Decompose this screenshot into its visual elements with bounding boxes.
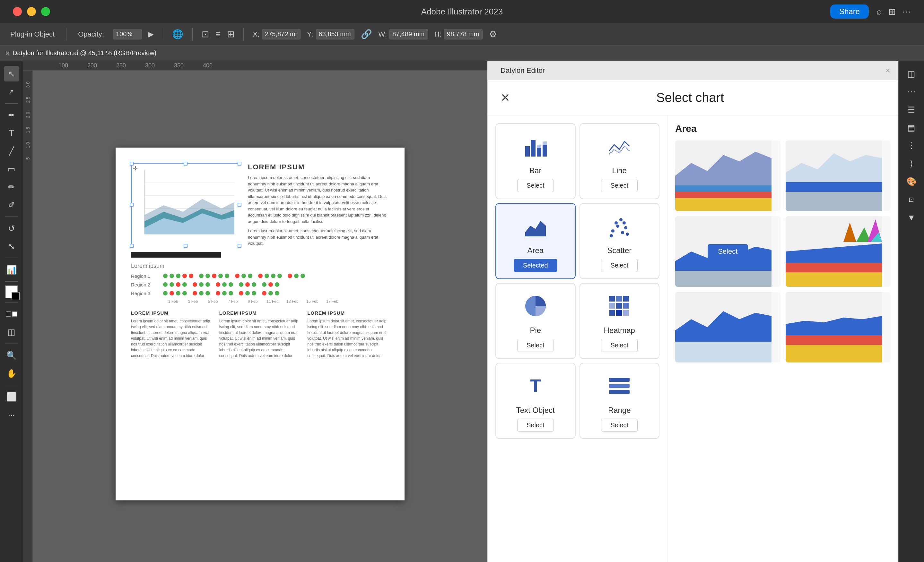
range-select-button[interactable]: Select [601,419,638,432]
axis-label: 9 Feb [243,299,262,304]
right-sidebar-btn-3[interactable]: ☰ [904,102,919,117]
document-tab-close[interactable]: ✕ [5,50,10,57]
area-select-button[interactable]: Selected [514,259,557,272]
svg-rect-31 [623,303,629,309]
ruler-mark: 100 [49,62,78,69]
y-input[interactable] [316,29,354,39]
transform-icon[interactable]: ⊡ [202,29,209,39]
chart-item-range[interactable]: Range Select [579,363,660,439]
handle-bl[interactable] [130,244,134,248]
region1-label: Region 1 [131,273,163,279]
hand-tool-button[interactable]: ✋ [4,366,19,381]
right-sidebar-btn-6[interactable]: 🎨 [904,174,919,189]
brush-tool-button[interactable]: ✏ [4,179,19,195]
pen-tool-button[interactable]: ✒ [4,108,19,123]
more-options-icon[interactable]: ⋯ [902,6,911,17]
right-sidebar-btn-1[interactable]: ◫ [904,66,919,81]
rotate-tool-button[interactable]: ↺ [4,221,19,236]
color-mode-button[interactable] [4,306,19,322]
svg-point-20 [624,226,627,229]
chart-item-area[interactable]: Area Selected [495,203,576,279]
scale-tool-button[interactable]: ⤡ [4,239,19,254]
right-sidebar-btn-5[interactable]: ⋮ [904,138,919,153]
axis-label: 3 Feb [183,299,203,304]
chart-item-scatter[interactable]: Scatter Select [579,203,660,279]
line-select-button[interactable]: Select [601,179,638,192]
right-sidebar-btn-4[interactable]: ▤ [904,120,919,135]
link-icon[interactable]: 🔗 [361,29,372,39]
preview-item-6[interactable]: Select [786,292,891,362]
preview-item-3[interactable]: Select [675,216,780,287]
datylon-chart-button[interactable]: 📊 [4,262,19,278]
preview-item-1[interactable]: Select [675,140,780,211]
plugin-object-label: Plug-in Object [8,29,57,40]
scatter-select-button[interactable]: Select [601,259,638,272]
arrange-windows-icon[interactable]: ⊞ [888,6,896,17]
share-button[interactable]: Share [830,4,869,19]
transform-options-icon[interactable]: ⚙ [489,29,497,39]
col2-title: LOREM IPSUM [219,310,301,315]
more-tools-button[interactable]: ··· [4,407,19,423]
type-tool-button[interactable]: T [4,126,19,141]
heatmap-select-button[interactable]: Select [601,339,638,352]
chart-item-bar[interactable]: Bar Select [495,123,576,199]
x-input[interactable] [262,29,300,39]
dot [222,291,226,296]
doc-subtitle: Lorem ipsum [131,263,389,269]
chart-item-text[interactable]: T Text Object Select [495,363,576,439]
select-chart-close-button[interactable]: ✕ [501,92,510,104]
gradient-button[interactable]: ◫ [4,324,19,340]
svg-point-17 [616,224,620,228]
close-window-button[interactable] [13,7,22,16]
handle-tr[interactable] [238,162,242,166]
pencil-tool-button[interactable]: ✐ [4,197,19,213]
right-sidebar-btn-7[interactable]: ⊡ [904,192,919,207]
dot [176,282,180,287]
web-icon[interactable]: 🌐 [172,29,183,39]
direct-select-tool-button[interactable]: ↗ [4,84,19,99]
right-sidebar-collapse-icon[interactable]: ⟩ [904,156,919,171]
search-icon[interactable]: ⌕ [876,6,882,17]
preview-item-4[interactable]: Select [786,216,891,287]
panel-tab-close-button[interactable]: ✕ [885,67,891,75]
text-select-button[interactable]: Select [517,419,554,432]
datylon-editor-tab[interactable]: Datylon Editor [495,64,550,77]
bar-select-button[interactable]: Select [517,179,554,192]
opacity-input[interactable] [113,29,142,39]
align-icon[interactable]: ≡ [215,29,220,39]
axis-label: 17 Feb [322,299,342,304]
svg-point-22 [626,233,629,236]
chart-item-heatmap[interactable]: Heatmap Select [579,283,660,359]
handle-ml[interactable] [130,203,134,206]
artboard-tool-button[interactable]: ⬜ [4,389,19,405]
dot [294,274,298,278]
preview-item-5[interactable]: Select [675,292,780,362]
dot [182,282,187,287]
handle-mr[interactable] [238,203,242,206]
h-input[interactable] [444,29,483,39]
preview3-select-button[interactable]: Select [708,244,748,259]
w-input[interactable] [390,29,428,39]
minimize-window-button[interactable] [27,7,36,16]
chart-item-pie[interactable]: Pie Select [495,283,576,359]
chart-item-line[interactable]: Line Select [579,123,660,199]
region3-dots [163,291,279,296]
svg-point-21 [620,218,622,221]
zoom-tool-button[interactable]: 🔍 [4,348,19,363]
preview-item-2[interactable]: Select [786,140,891,211]
right-sidebar-btn-8[interactable]: ▼ [904,210,919,225]
axis-label: 11 Feb [262,299,282,304]
line-tool-button[interactable]: ╱ [4,143,19,159]
right-sidebar-btn-2[interactable]: ⋯ [904,84,919,99]
shape-tool-button[interactable]: ▭ [4,161,19,177]
dot [189,274,193,278]
handle-bc[interactable] [184,244,188,248]
opacity-arrow-icon[interactable]: ▶ [148,30,154,39]
pie-select-button[interactable]: Select [517,339,554,352]
handle-br[interactable] [238,244,242,248]
select-tool-button[interactable]: ↖ [4,66,19,81]
color-picker[interactable] [5,285,18,298]
handle-tc[interactable] [184,162,188,166]
maximize-window-button[interactable] [41,7,50,16]
arrange-icon[interactable]: ⊞ [227,29,234,39]
